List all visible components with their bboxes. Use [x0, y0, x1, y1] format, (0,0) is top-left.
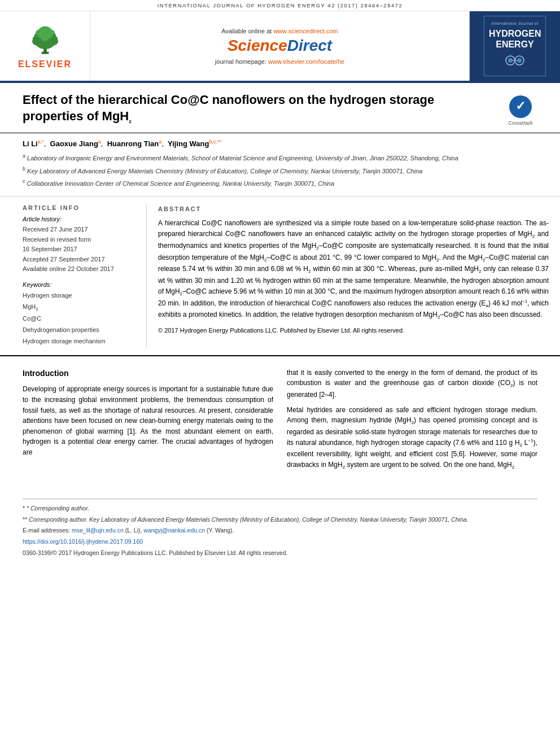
introduction-section: Introduction Developing of appropriate e…	[23, 368, 537, 476]
affiliation-b: b Key Laboratory of Advanced Energy Mate…	[23, 165, 537, 176]
elsevier-tree-icon	[25, 23, 65, 57]
keyword-dehydrogenation: Dehydrogenation properties	[23, 325, 137, 336]
elsevier-label: ELSEVIER	[18, 59, 72, 69]
journal-header: INTERNATIONAL JOURNAL OF HYDROGEN ENERGY…	[0, 0, 560, 83]
intro-left-col: Introduction Developing of appropriate e…	[23, 368, 273, 476]
article-history-title: Article history:	[23, 216, 137, 222]
author-huanrong-tian: Huanrong Tian	[107, 139, 159, 148]
two-col-section: ARTICLE INFO Article history: Received 2…	[0, 196, 560, 356]
authors-section: Li Lia,*, Gaoxue Jianga, Huanrong Tiana,…	[0, 133, 560, 196]
footnote-issn: 0360-3199/© 2017 Hydrogen Energy Publica…	[23, 548, 537, 558]
hydrogen-journal-inner: International Journal of HYDROGENENERGY	[484, 16, 546, 76]
hydrogen-journal-name: HYDROGENENERGY	[489, 28, 541, 50]
svg-point-13	[517, 58, 522, 63]
svg-rect-5	[41, 51, 49, 54]
hydrogen-journal-box: International Journal of HYDROGENENERGY	[470, 11, 560, 81]
article-info-col: ARTICLE INFO Article history: Received 2…	[23, 204, 147, 347]
svg-point-12	[508, 58, 513, 63]
keyword-hydrogen-storage: Hydrogen storage	[23, 290, 137, 302]
journal-homepage-row: journal homepage: www.elsevier.com/locat…	[215, 58, 344, 65]
svg-point-6	[36, 30, 41, 35]
keyword-mechanism: Hydrogen storage mechanism	[23, 336, 137, 347]
article-info-heading: ARTICLE INFO	[23, 204, 137, 211]
keyword-coatc: Co@C	[23, 313, 137, 325]
svg-point-8	[32, 37, 36, 41]
hydrogen-molecule-icon	[504, 52, 526, 69]
abstract-heading: ABSTRACT	[158, 204, 549, 214]
journal-top-bar: INTERNATIONAL JOURNAL OF HYDROGEN ENERGY…	[0, 0, 560, 11]
intro-para-2: that it is easily converted to the energ…	[287, 368, 537, 400]
accepted-date: Accepted 27 September 2017	[23, 255, 137, 265]
crossmark-label: CrossMark	[508, 120, 533, 126]
abstract-col: ABSTRACT A hierarchical Co@C nanoflowers…	[158, 204, 549, 347]
affiliation-a: a Laboratory of Inorganic Energy and Env…	[23, 152, 537, 163]
author-yijing-wang: Yijing Wang	[168, 139, 209, 148]
journal-logo-row: ELSEVIER Available online at www.science…	[0, 11, 560, 82]
keywords-title: Keywords:	[23, 281, 137, 288]
affiliations: a Laboratory of Inorganic Energy and Env…	[23, 152, 537, 187]
footnote-corresponding1: * * Corresponding author.	[23, 504, 537, 513]
abstract-text: A hierarchical Co@C nanoflowers are synt…	[158, 218, 549, 321]
crossmark-box: ✓ CrossMark	[504, 92, 537, 126]
direct-word: Direct	[287, 37, 332, 54]
doi-link[interactable]: https://doi.org/10.1016/j.ijhydene.2017.…	[23, 538, 143, 545]
elsevier-logo-box: ELSEVIER	[0, 11, 90, 81]
received-revised-date: Received in revised form16 September 201…	[23, 235, 137, 255]
email-li-li[interactable]: mse_lil@ujn.edu.cn	[72, 527, 124, 534]
footnote-corresponding2: ** Corresponding author. Key Laboratory …	[23, 515, 537, 525]
crossmark-icon: ✓	[508, 94, 533, 119]
keywords-section: Keywords: Hydrogen storage MgH2 Co@C Deh…	[23, 281, 137, 347]
received-date: Received 27 June 2017	[23, 225, 137, 235]
svg-point-7	[49, 30, 54, 35]
journal-citation: INTERNATIONAL JOURNAL OF HYDROGEN ENERGY…	[158, 2, 403, 8]
intro-para-1: Developing of appropriate energy sources…	[23, 384, 273, 457]
footnote-emails: E-mail addresses: mse_lil@ujn.edu.cn (L.…	[23, 526, 537, 535]
footnotes-section: * * Corresponding author. ** Correspondi…	[23, 499, 537, 558]
author-gaoxue-jiang: Gaoxue Jiang	[50, 139, 98, 148]
sciencedirect-url[interactable]: www.sciencedirect.com	[273, 28, 338, 34]
sciencedirect-box: Available online at www.sciencedirect.co…	[90, 11, 470, 81]
introduction-heading: Introduction	[23, 368, 273, 380]
hydrogen-journal-intl: International Journal of	[489, 21, 541, 26]
footnote-doi: https://doi.org/10.1016/j.ijhydene.2017.…	[23, 537, 537, 547]
available-online-text: Available online at www.sciencedirect.co…	[221, 28, 338, 34]
author-li-li: Li Li	[23, 139, 38, 148]
intro-para-3: Metal hydrides are considered as safe an…	[287, 405, 537, 471]
sciencedirect-logo: ScienceDirect	[228, 37, 332, 55]
svg-point-9	[53, 37, 57, 41]
authors-line: Li Lia,*, Gaoxue Jianga, Huanrong Tiana,…	[23, 139, 537, 148]
article-title-row: Effect of the hierarchical Co@C nanoflow…	[23, 92, 537, 126]
available-online-date: Available online 22 October 2017	[23, 264, 137, 274]
main-content: Introduction Developing of appropriate e…	[0, 356, 560, 487]
keyword-mgh2: MgH2	[23, 302, 137, 314]
affiliation-c: c Collaborative Innovation Center of Che…	[23, 178, 537, 188]
abstract-copyright: © 2017 Hydrogen Energy Publications LLC.…	[158, 326, 549, 335]
intro-right-col: that it is easily converted to the energ…	[287, 368, 537, 476]
article-title-section: Effect of the hierarchical Co@C nanoflow…	[0, 83, 560, 133]
svg-text:✓: ✓	[515, 99, 526, 113]
email-wang[interactable]: wangyj@nankai.edu.cn	[143, 527, 205, 534]
journal-homepage-url[interactable]: www.elsevier.com/locate/he	[268, 58, 344, 65]
article-title: Effect of the hierarchical Co@C nanoflow…	[23, 92, 504, 125]
